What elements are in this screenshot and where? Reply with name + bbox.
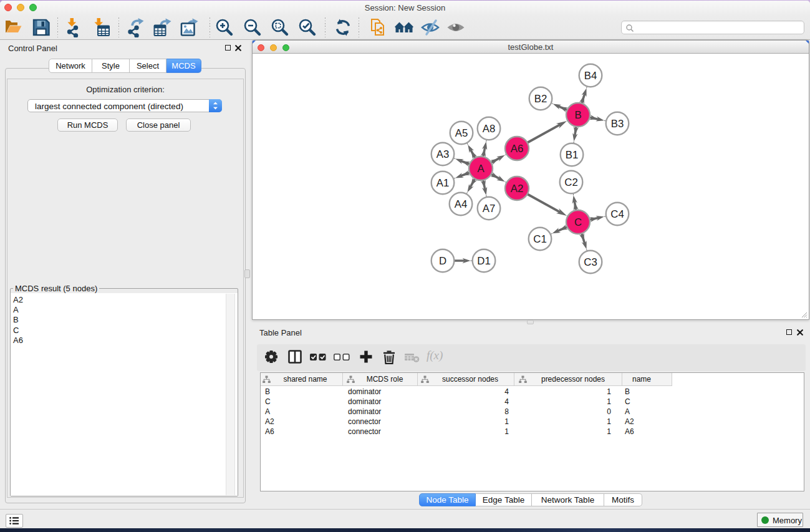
svg-text:C4: C4 [610, 208, 624, 220]
svg-text:A2: A2 [511, 183, 524, 195]
svg-text:A8: A8 [483, 123, 496, 135]
svg-text:C: C [574, 216, 582, 228]
svg-text:A7: A7 [483, 203, 496, 215]
svg-text:C1: C1 [533, 233, 546, 245]
svg-text:C2: C2 [564, 177, 577, 188]
svg-text:A1: A1 [436, 177, 450, 189]
svg-text:A4: A4 [455, 198, 468, 210]
svg-text:B3: B3 [611, 118, 624, 130]
svg-text:A6: A6 [511, 143, 524, 155]
svg-text:D1: D1 [477, 255, 490, 267]
svg-text:A5: A5 [455, 127, 468, 139]
svg-text:C3: C3 [584, 256, 597, 268]
svg-text:A: A [477, 163, 485, 175]
svg-text:B: B [574, 109, 581, 121]
svg-text:B4: B4 [584, 70, 597, 82]
svg-text:A3: A3 [436, 148, 450, 160]
svg-text:B1: B1 [566, 149, 579, 161]
svg-text:B2: B2 [534, 93, 547, 105]
svg-text:D: D [439, 255, 446, 267]
